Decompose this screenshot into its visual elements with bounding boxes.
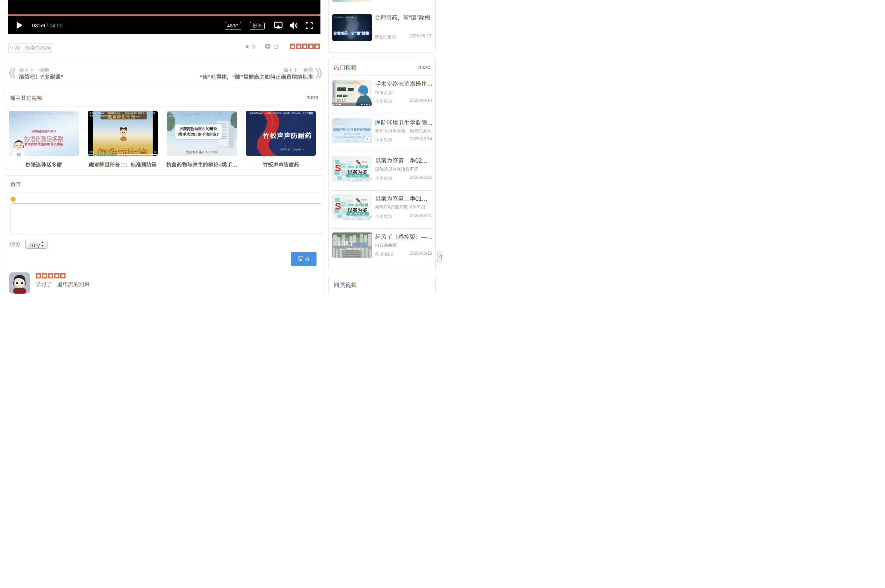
svg-text:193: 193	[338, 95, 342, 98]
svg-text:SIFIC: SIFIC	[361, 161, 368, 164]
svg-text:SIFIC: SIFIC	[361, 199, 368, 201]
svg-text:S: S	[335, 163, 341, 174]
svg-text:759: 759	[344, 95, 347, 98]
svg-text:S: S	[335, 201, 341, 212]
svg-text:0400: 0400	[348, 88, 353, 91]
svg-text:15:46: 15:46	[338, 88, 346, 91]
